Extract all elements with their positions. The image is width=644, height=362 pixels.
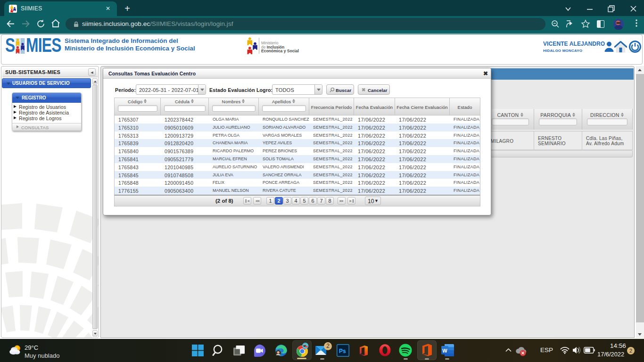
svg-text:Ps: Ps bbox=[339, 348, 346, 354]
svg-text:W: W bbox=[442, 348, 447, 354]
